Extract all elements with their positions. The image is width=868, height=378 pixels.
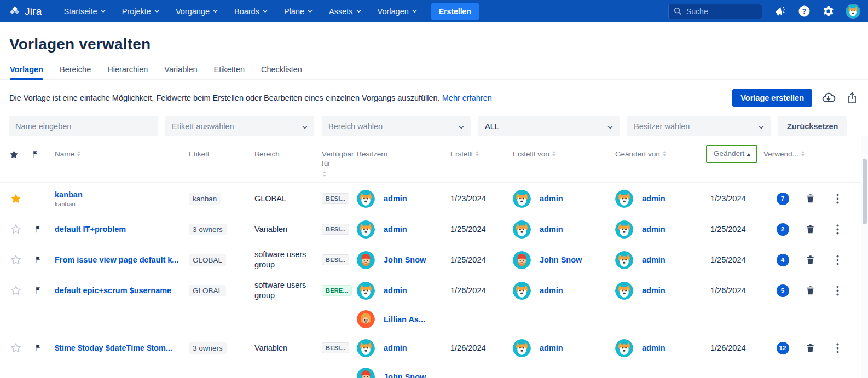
column-header-geaendert-von[interactable]: Geändert von (609, 147, 706, 159)
flag-column-header-flag-icon[interactable] (31, 147, 55, 159)
user-link[interactable]: John Snow (384, 255, 426, 264)
delete-trash-icon[interactable] (802, 282, 818, 299)
chevron-down-icon (263, 9, 268, 13)
tab-vorlagen[interactable]: Vorlagen (10, 65, 43, 79)
learn-more-link[interactable]: Mehr erfahren (442, 94, 492, 102)
usage-count-badge[interactable]: 5 (777, 284, 789, 297)
filter-name[interactable] (9, 116, 158, 136)
filter-scope-select[interactable]: Bereich wählen (322, 116, 471, 136)
flag-icon[interactable] (31, 222, 45, 236)
delete-trash-icon[interactable] (802, 252, 818, 268)
user-avatar[interactable] (846, 4, 860, 19)
filter-label-select[interactable]: Etikett auswählen (165, 116, 314, 136)
favorite-column-header-star-icon[interactable] (9, 147, 31, 160)
kebab-menu-icon[interactable] (829, 340, 846, 356)
user-link[interactable]: admin (642, 225, 666, 234)
tab-checklisten[interactable]: Checklisten (261, 65, 302, 79)
user-link[interactable]: admin (540, 225, 563, 234)
user-link[interactable]: admin (384, 344, 407, 352)
user-link[interactable]: admin (384, 194, 407, 203)
name-filter-input[interactable] (15, 122, 151, 131)
owners-cell: adminLillian As... (357, 275, 443, 333)
flag-icon[interactable] (31, 341, 45, 355)
user-link[interactable]: John Snow (384, 373, 426, 378)
template-name-link[interactable]: $time $today $dateTime $tom... (55, 344, 189, 352)
user-link[interactable]: admin (642, 255, 666, 264)
usage-count-badge[interactable]: 4 (777, 254, 789, 266)
column-header-geaendert[interactable]: Geändert (706, 147, 763, 163)
favorite-star-icon[interactable] (9, 222, 23, 236)
column-header-erstellt-von[interactable]: Erstellt von (506, 147, 609, 159)
menu-vorlagen[interactable]: Vorlagen (378, 7, 417, 16)
search-box[interactable] (668, 4, 762, 19)
create-button[interactable]: Erstellen (431, 3, 479, 20)
column-header-etikett[interactable]: Etikett (189, 147, 254, 159)
template-name-link[interactable]: default epic+scrum $username (55, 286, 189, 295)
column-header-name[interactable]: Name (55, 147, 189, 159)
vertical-scrollbar[interactable] (861, 136, 868, 378)
scope-text: Variablen (254, 224, 287, 235)
avatar-man-hat-icon (357, 251, 375, 269)
reset-filters-button[interactable]: Zurücksetzen (778, 116, 847, 136)
user-link[interactable]: admin (540, 344, 563, 352)
usage-count-badge[interactable]: 12 (777, 342, 789, 354)
column-header-verwendet[interactable]: Verwend... (763, 147, 802, 159)
user-link[interactable]: John Snow (540, 255, 582, 264)
favorite-star-icon[interactable] (9, 253, 23, 267)
import-cloud-icon[interactable] (821, 91, 836, 105)
user-link[interactable]: admin (642, 344, 666, 352)
menu-startseite[interactable]: Startseite (63, 7, 105, 16)
column-header-erstellt[interactable]: Erstellt (443, 147, 506, 159)
menu-vorgaenge[interactable]: Vorgänge (176, 7, 218, 16)
search-input[interactable] (686, 7, 752, 16)
announcements-icon[interactable] (773, 5, 786, 18)
chevron-down-icon (412, 9, 417, 13)
delete-trash-icon[interactable] (802, 221, 818, 237)
help-icon[interactable]: ? (797, 5, 811, 18)
tab-hierarchien[interactable]: Hierarchien (107, 65, 148, 79)
tab-variablen[interactable]: Variablen (164, 65, 197, 79)
menu-boards[interactable]: Boards (234, 7, 268, 16)
kebab-menu-icon[interactable] (829, 252, 846, 268)
export-icon[interactable] (845, 91, 859, 105)
kebab-menu-icon[interactable] (829, 282, 846, 299)
flag-icon[interactable] (31, 283, 45, 298)
usage-count-badge[interactable]: 2 (777, 223, 789, 236)
favorite-star-icon[interactable] (9, 283, 23, 298)
delete-trash-icon[interactable] (802, 190, 818, 207)
kebab-menu-icon[interactable] (829, 221, 846, 237)
user-link[interactable]: admin (540, 286, 563, 295)
available-for-badge: BERE... (322, 285, 352, 296)
scrollbar-thumb[interactable] (863, 159, 867, 224)
column-header-besitzern[interactable]: Besitzern (357, 147, 443, 159)
user-link[interactable]: admin (540, 194, 563, 203)
column-header-bereich[interactable]: Bereich (254, 147, 322, 159)
menu-projekte[interactable]: Projekte (122, 7, 159, 16)
user-link[interactable]: admin (384, 286, 407, 295)
flag-icon[interactable] (31, 253, 45, 267)
column-header-verfuegbar-fuer[interactable]: Verfügbar für (322, 147, 357, 177)
user-link[interactable]: admin (642, 286, 666, 295)
user-link[interactable]: admin (642, 194, 666, 203)
kebab-menu-icon[interactable] (829, 190, 846, 207)
settings-gear-icon[interactable] (821, 5, 835, 18)
owner-user: Lillian As... (357, 310, 425, 328)
tab-bereiche[interactable]: Bereiche (60, 65, 91, 79)
template-name-link[interactable]: From issue view page default k... (55, 255, 189, 264)
user-link[interactable]: admin (384, 225, 407, 234)
create-template-button[interactable]: Vorlage erstellen (732, 89, 812, 107)
favorite-star-icon[interactable] (9, 341, 23, 355)
template-name-link[interactable]: default IT+problem (55, 225, 189, 234)
tab-etiketten[interactable]: Etiketten (214, 65, 245, 79)
filter-all-select[interactable]: ALL (478, 116, 620, 136)
jira-logo[interactable]: Jira (9, 5, 42, 18)
user-link[interactable]: Lillian As... (384, 315, 425, 324)
filter-owner-select[interactable]: Besitzer wählen (627, 116, 771, 136)
template-name-link[interactable]: kanban (55, 190, 189, 199)
menu-plaene[interactable]: Pläne (284, 7, 313, 16)
delete-trash-icon[interactable] (802, 340, 818, 356)
menu-assets[interactable]: Assets (329, 7, 361, 16)
svg-text:?: ? (802, 7, 806, 15)
favorite-star-icon[interactable] (9, 191, 23, 206)
usage-count-badge[interactable]: 7 (777, 193, 789, 205)
